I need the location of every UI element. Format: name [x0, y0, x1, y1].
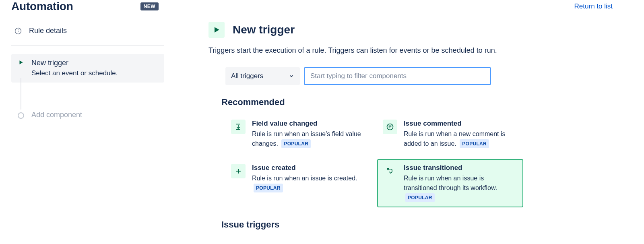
page-header: Automation NEW Return to list	[11, 0, 633, 13]
rule-details-label: Rule details	[29, 27, 67, 35]
chain-connector-line	[21, 78, 21, 110]
card-title: Field value changed	[252, 120, 366, 128]
new-badge: NEW	[140, 2, 159, 10]
info-icon	[14, 27, 22, 35]
issue-triggers-section-title: Issue triggers	[221, 219, 619, 230]
trigger-card-issue-transitioned[interactable]: Issue transitioned Rule is run when an i…	[377, 159, 523, 207]
card-title: Issue commented	[404, 120, 518, 128]
chain-trigger-subtitle: Select an event or schedule.	[31, 68, 118, 79]
svg-point-9	[387, 168, 389, 170]
card-title: Issue transitioned	[404, 164, 518, 172]
card-desc: Rule is run when an issue's field value …	[252, 129, 366, 149]
rule-details-item[interactable]: Rule details	[11, 22, 164, 46]
page-title: Automation	[11, 0, 73, 13]
trigger-card-field-changed[interactable]: Field value changed Rule is run when an …	[225, 115, 372, 153]
trigger-card-issue-commented[interactable]: Issue commented Rule is run when a new c…	[377, 115, 523, 153]
field-change-icon	[231, 120, 246, 134]
return-to-list-link[interactable]: Return to list	[574, 2, 613, 10]
filter-row: All triggers	[225, 67, 619, 85]
plus-icon	[231, 164, 246, 178]
chain-trigger-item[interactable]: New trigger Select an event or schedule.	[11, 54, 164, 83]
comment-icon	[383, 120, 397, 134]
add-component-label: Add component	[31, 111, 82, 119]
rule-chain: New trigger Select an event or schedule.…	[11, 54, 164, 123]
trigger-category-dropdown[interactable]: All triggers	[225, 67, 300, 85]
main-panel: New trigger Triggers start the execution…	[208, 22, 619, 237]
card-desc: Rule is run when a new comment is added …	[404, 129, 518, 149]
chain-trigger-title: New trigger	[31, 58, 118, 68]
popular-badge: POPULAR	[254, 184, 283, 192]
main-header: New trigger	[208, 22, 619, 38]
sidebar: Rule details New trigger Select an event…	[11, 22, 164, 237]
card-desc: Rule is run when an issue is transitione…	[404, 174, 518, 203]
popular-badge: POPULAR	[460, 139, 489, 148]
workflow-icon	[383, 164, 397, 178]
card-title: Issue created	[252, 164, 366, 172]
component-filter-input[interactable]	[304, 67, 491, 85]
trigger-card-issue-created[interactable]: Issue created Rule is run when an issue …	[225, 159, 372, 207]
recommended-grid: Field value changed Rule is run when an …	[225, 115, 523, 207]
main-title: New trigger	[233, 23, 295, 36]
empty-circle-icon	[17, 112, 25, 119]
svg-point-2	[18, 29, 19, 30]
main-description: Triggers start the execution of a rule. …	[208, 45, 619, 56]
header-left: Automation NEW	[11, 0, 164, 13]
recommended-section-title: Recommended	[221, 97, 619, 108]
add-component-item[interactable]: Add component	[11, 107, 164, 123]
card-desc: Rule is run when an issue is created. PO…	[252, 174, 366, 193]
dropdown-label: All triggers	[231, 72, 263, 80]
popular-badge: POPULAR	[281, 139, 311, 148]
popular-badge: POPULAR	[405, 193, 435, 202]
play-icon	[17, 60, 25, 65]
chevron-down-icon	[289, 73, 294, 79]
play-icon-box	[208, 22, 225, 38]
